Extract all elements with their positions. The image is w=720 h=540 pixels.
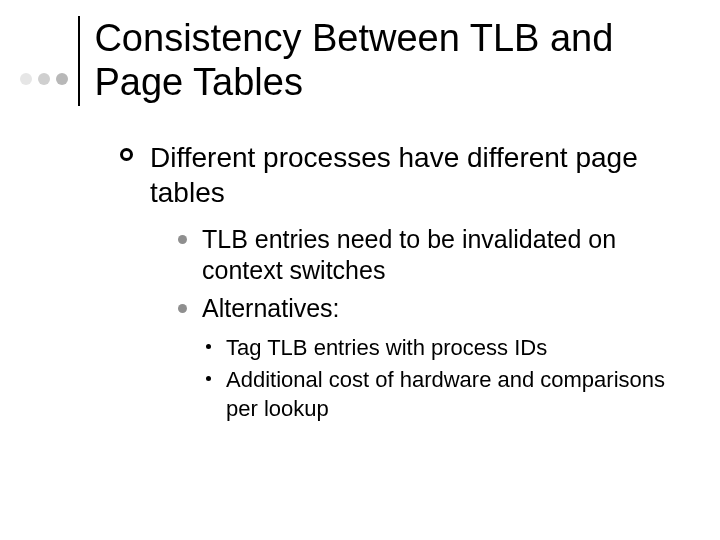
bullet-text: Different processes have different page … (150, 142, 638, 208)
ring-bullet-icon (120, 148, 133, 161)
level-2-group: TLB entries need to be invalidated on co… (120, 224, 680, 324)
slide: Consistency Between TLB and Page Tables … (0, 0, 720, 540)
bullet-level-2: Alternatives: (178, 293, 680, 324)
disc-bullet-icon (178, 304, 187, 313)
bullet-text: TLB entries need to be invalidated on co… (202, 225, 616, 284)
bullet-level-1: Different processes have different page … (120, 140, 680, 210)
decorative-dots (20, 73, 68, 85)
dot-icon (56, 73, 68, 85)
bullet-text: Alternatives: (202, 294, 340, 322)
slide-body: Different processes have different page … (120, 140, 680, 428)
dot-icon (20, 73, 32, 85)
bullet-level-2: TLB entries need to be invalidated on co… (178, 224, 680, 287)
bullet-text: Additional cost of hardware and comparis… (226, 367, 665, 421)
dot-icon (38, 73, 50, 85)
slide-header: Consistency Between TLB and Page Tables (20, 16, 690, 106)
bullet-level-3: Additional cost of hardware and comparis… (206, 366, 680, 423)
bullet-level-3: Tag TLB entries with process IDs (206, 334, 680, 363)
disc-bullet-icon (178, 235, 187, 244)
bullet-text: Tag TLB entries with process IDs (226, 335, 547, 360)
level-3-group: Tag TLB entries with process IDs Additio… (120, 334, 680, 424)
mini-bullet-icon (206, 344, 211, 349)
slide-title: Consistency Between TLB and Page Tables (94, 17, 690, 104)
mini-bullet-icon (206, 376, 211, 381)
vertical-divider (78, 16, 80, 106)
